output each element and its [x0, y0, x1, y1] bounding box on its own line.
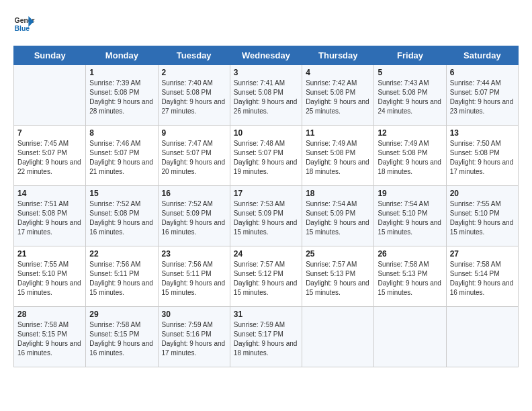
calendar-cell: 15Sunrise: 7:52 AM Sunset: 5:08 PM Dayli…: [86, 186, 158, 246]
weekday-header-tuesday: Tuesday: [158, 46, 230, 65]
day-info: Sunrise: 7:54 AM Sunset: 5:10 PM Dayligh…: [378, 199, 442, 237]
day-number: 21: [17, 249, 82, 259]
day-info: Sunrise: 7:59 AM Sunset: 5:16 PM Dayligh…: [162, 320, 226, 358]
day-info: Sunrise: 7:58 AM Sunset: 5:15 PM Dayligh…: [89, 320, 154, 358]
day-info: Sunrise: 7:42 AM Sunset: 5:08 PM Dayligh…: [306, 79, 370, 116]
day-info: Sunrise: 7:49 AM Sunset: 5:08 PM Dayligh…: [378, 139, 442, 177]
day-info: Sunrise: 7:46 AM Sunset: 5:07 PM Dayligh…: [89, 139, 154, 177]
calendar-table: SundayMondayTuesdayWednesdayThursdayFrid…: [13, 46, 519, 367]
day-number: 2: [162, 68, 226, 77]
calendar-cell: 17Sunrise: 7:53 AM Sunset: 5:09 PM Dayli…: [230, 186, 302, 246]
day-info: Sunrise: 7:51 AM Sunset: 5:08 PM Dayligh…: [17, 199, 82, 237]
weekday-header-friday: Friday: [374, 46, 446, 65]
calendar-cell: [302, 307, 374, 367]
svg-text:Blue: Blue: [15, 25, 30, 32]
day-info: Sunrise: 7:52 AM Sunset: 5:09 PM Dayligh…: [162, 199, 226, 237]
day-info: Sunrise: 7:57 AM Sunset: 5:13 PM Dayligh…: [306, 260, 370, 298]
day-info: Sunrise: 7:52 AM Sunset: 5:08 PM Dayligh…: [89, 199, 154, 237]
day-info: Sunrise: 7:41 AM Sunset: 5:08 PM Dayligh…: [234, 79, 298, 116]
day-number: 30: [162, 310, 226, 319]
day-info: Sunrise: 7:56 AM Sunset: 5:11 PM Dayligh…: [89, 260, 154, 298]
calendar-cell: 8Sunrise: 7:46 AM Sunset: 5:07 PM Daylig…: [86, 126, 158, 186]
day-number: 5: [378, 68, 442, 77]
day-info: Sunrise: 7:48 AM Sunset: 5:07 PM Dayligh…: [234, 139, 298, 177]
calendar-cell: 14Sunrise: 7:51 AM Sunset: 5:08 PM Dayli…: [14, 186, 86, 246]
day-info: Sunrise: 7:58 AM Sunset: 5:14 PM Dayligh…: [450, 260, 515, 298]
calendar-cell: 31Sunrise: 7:59 AM Sunset: 5:17 PM Dayli…: [230, 307, 302, 367]
weekday-header-thursday: Thursday: [302, 46, 374, 65]
calendar-cell: 13Sunrise: 7:50 AM Sunset: 5:08 PM Dayli…: [446, 126, 518, 186]
day-number: 14: [17, 189, 82, 198]
calendar-cell: 16Sunrise: 7:52 AM Sunset: 5:09 PM Dayli…: [158, 186, 230, 246]
day-info: Sunrise: 7:57 AM Sunset: 5:12 PM Dayligh…: [234, 260, 298, 298]
day-number: 8: [89, 128, 154, 138]
day-number: 24: [234, 249, 298, 259]
day-number: 1: [89, 68, 154, 77]
calendar-cell: 29Sunrise: 7:58 AM Sunset: 5:15 PM Dayli…: [86, 307, 158, 367]
day-number: 20: [450, 189, 515, 198]
calendar-cell: 25Sunrise: 7:57 AM Sunset: 5:13 PM Dayli…: [302, 246, 374, 307]
day-number: 29: [89, 310, 154, 319]
day-number: 12: [378, 128, 442, 138]
calendar-cell: [446, 307, 518, 367]
calendar-cell: 1Sunrise: 7:39 AM Sunset: 5:08 PM Daylig…: [86, 65, 158, 126]
day-number: 17: [234, 189, 298, 198]
day-number: 22: [89, 249, 154, 259]
day-number: 13: [450, 128, 515, 138]
day-number: 18: [306, 189, 370, 198]
logo-icon: General Blue: [13, 13, 35, 35]
calendar-cell: 18Sunrise: 7:54 AM Sunset: 5:09 PM Dayli…: [302, 186, 374, 246]
calendar-cell: 26Sunrise: 7:58 AM Sunset: 5:13 PM Dayli…: [374, 246, 446, 307]
weekday-header-wednesday: Wednesday: [230, 46, 302, 65]
calendar-cell: 6Sunrise: 7:44 AM Sunset: 5:07 PM Daylig…: [446, 65, 518, 126]
calendar-cell: 12Sunrise: 7:49 AM Sunset: 5:08 PM Dayli…: [374, 126, 446, 186]
day-info: Sunrise: 7:39 AM Sunset: 5:08 PM Dayligh…: [89, 79, 154, 116]
day-info: Sunrise: 7:58 AM Sunset: 5:13 PM Dayligh…: [378, 260, 442, 298]
day-number: 25: [306, 249, 370, 259]
day-number: 28: [17, 310, 82, 319]
day-number: 6: [450, 68, 515, 77]
day-number: 4: [306, 68, 370, 77]
day-number: 23: [162, 249, 226, 259]
day-number: 27: [450, 249, 515, 259]
day-number: 9: [162, 128, 226, 138]
day-info: Sunrise: 7:53 AM Sunset: 5:09 PM Dayligh…: [234, 199, 298, 237]
day-number: 16: [162, 189, 226, 198]
calendar-cell: 11Sunrise: 7:49 AM Sunset: 5:08 PM Dayli…: [302, 126, 374, 186]
calendar-cell: 19Sunrise: 7:54 AM Sunset: 5:10 PM Dayli…: [374, 186, 446, 246]
day-number: 19: [378, 189, 442, 198]
calendar-cell: 7Sunrise: 7:45 AM Sunset: 5:07 PM Daylig…: [14, 126, 86, 186]
day-info: Sunrise: 7:54 AM Sunset: 5:09 PM Dayligh…: [306, 199, 370, 237]
day-info: Sunrise: 7:59 AM Sunset: 5:17 PM Dayligh…: [234, 320, 298, 358]
day-number: 31: [234, 310, 298, 319]
day-info: Sunrise: 7:43 AM Sunset: 5:08 PM Dayligh…: [378, 79, 442, 116]
calendar-cell: [374, 307, 446, 367]
day-info: Sunrise: 7:40 AM Sunset: 5:08 PM Dayligh…: [162, 79, 226, 116]
calendar-cell: 24Sunrise: 7:57 AM Sunset: 5:12 PM Dayli…: [230, 246, 302, 307]
day-number: 11: [306, 128, 370, 138]
weekday-header-sunday: Sunday: [14, 46, 86, 65]
calendar-cell: 22Sunrise: 7:56 AM Sunset: 5:11 PM Dayli…: [86, 246, 158, 307]
calendar-cell: 4Sunrise: 7:42 AM Sunset: 5:08 PM Daylig…: [302, 65, 374, 126]
weekday-header-monday: Monday: [86, 46, 158, 65]
day-info: Sunrise: 7:55 AM Sunset: 5:10 PM Dayligh…: [17, 260, 82, 298]
calendar-cell: 23Sunrise: 7:56 AM Sunset: 5:11 PM Dayli…: [158, 246, 230, 307]
calendar-cell: 21Sunrise: 7:55 AM Sunset: 5:10 PM Dayli…: [14, 246, 86, 307]
day-info: Sunrise: 7:56 AM Sunset: 5:11 PM Dayligh…: [162, 260, 226, 298]
day-number: 10: [234, 128, 298, 138]
day-info: Sunrise: 7:55 AM Sunset: 5:10 PM Dayligh…: [450, 199, 515, 237]
day-info: Sunrise: 7:44 AM Sunset: 5:07 PM Dayligh…: [450, 79, 515, 116]
page-header: General Blue: [13, 13, 519, 35]
day-info: Sunrise: 7:58 AM Sunset: 5:15 PM Dayligh…: [17, 320, 82, 358]
day-number: 26: [378, 249, 442, 259]
day-number: 7: [17, 128, 82, 138]
calendar-cell: 3Sunrise: 7:41 AM Sunset: 5:08 PM Daylig…: [230, 65, 302, 126]
weekday-header-saturday: Saturday: [446, 46, 518, 65]
logo: General Blue: [13, 13, 38, 35]
day-number: 15: [89, 189, 154, 198]
day-info: Sunrise: 7:50 AM Sunset: 5:08 PM Dayligh…: [450, 139, 515, 177]
calendar-cell: 30Sunrise: 7:59 AM Sunset: 5:16 PM Dayli…: [158, 307, 230, 367]
calendar-cell: 28Sunrise: 7:58 AM Sunset: 5:15 PM Dayli…: [14, 307, 86, 367]
calendar-cell: [14, 65, 86, 126]
calendar-cell: 2Sunrise: 7:40 AM Sunset: 5:08 PM Daylig…: [158, 65, 230, 126]
